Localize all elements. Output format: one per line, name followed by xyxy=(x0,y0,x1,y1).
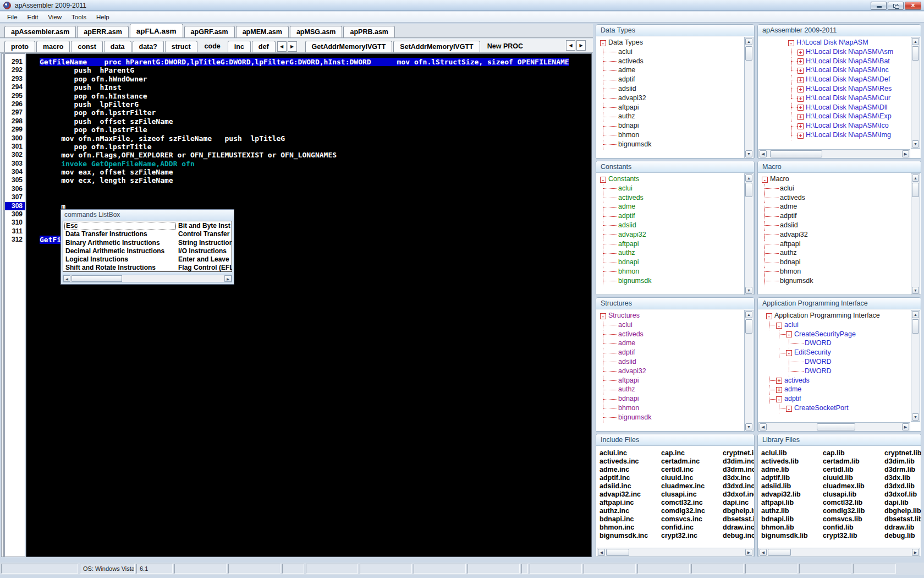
tree-expand-icon[interactable]: + xyxy=(798,77,804,83)
list-item-authz-lib[interactable]: authz.lib xyxy=(761,507,808,515)
scrollbar-thumb[interactable] xyxy=(912,319,919,334)
list-item-certidl-inc[interactable]: certidl.inc xyxy=(661,466,705,474)
list-item-comsvcs-inc[interactable]: comsvcs.inc xyxy=(661,515,705,524)
list-item-adptif-lib[interactable]: adptif.lib xyxy=(761,474,808,482)
scrollbar-thumb[interactable] xyxy=(912,183,919,197)
scroll-down-button[interactable]: ▼ xyxy=(912,287,919,294)
editor-line[interactable]: push hParentG xyxy=(40,66,591,74)
tree-item-aclui[interactable]: aclui xyxy=(758,184,910,194)
tree-item-h-local-disk-n-apasm-dll[interactable]: +H:\Local Disk N\apASM\Dll xyxy=(758,103,910,113)
tree-item-adptif[interactable]: adptif xyxy=(758,212,910,221)
editor-line[interactable]: pop ofn.hInstance xyxy=(40,92,591,100)
scroll-right-button[interactable]: ▶ xyxy=(902,423,909,430)
scroll-left-button[interactable]: ◀ xyxy=(598,549,605,556)
editor-line[interactable]: mov eax, offset szFileName xyxy=(40,168,591,176)
list-item-cryptnet-lib[interactable]: cryptnet.lib xyxy=(884,449,921,457)
tree-item-aftpapi[interactable]: aftpapi xyxy=(596,103,743,113)
scroll-down-button[interactable]: ▼ xyxy=(912,413,919,421)
tree-item-application-programming-interface[interactable]: -Application Programming Interface xyxy=(758,312,910,321)
list-item-bdnapi-inc[interactable]: bdnapi.inc xyxy=(600,515,648,524)
tree-item-bhmon[interactable]: bhmon xyxy=(596,131,743,140)
scroll-down-button[interactable]: ▼ xyxy=(745,423,752,430)
list-item-flag-control-efl[interactable]: Flag Control (EFL xyxy=(177,264,232,272)
vertical-scrollbar[interactable]: ▲▼ xyxy=(744,173,754,295)
tree-item-adsiid[interactable]: adsiid xyxy=(596,85,743,94)
tree-item-activeds[interactable]: activeds xyxy=(596,57,743,67)
list-item-clusapi-inc[interactable]: clusapi.inc xyxy=(661,490,705,499)
list-item-d3dxof-lib[interactable]: d3dxof.lib xyxy=(884,490,921,499)
tree-item-createsecuritypage[interactable]: -CreateSecurityPage xyxy=(758,330,910,340)
scroll-right-button[interactable]: ▶ xyxy=(745,549,752,556)
tree-item-bignumsdk[interactable]: bignumsdk xyxy=(596,140,743,150)
scroll-up-button[interactable]: ▲ xyxy=(745,311,752,318)
tree-expand-icon[interactable]: - xyxy=(786,350,792,356)
list-item-dapi-inc[interactable]: dapi.inc xyxy=(723,499,754,507)
vertical-scrollbar[interactable]: ▲▼ xyxy=(911,173,920,295)
tree-item-data-types[interactable]: -Data Types xyxy=(596,39,743,48)
list-item-clusapi-lib[interactable]: clusapi.lib xyxy=(823,490,865,499)
tree-item-adsiid[interactable]: adsiid xyxy=(758,221,910,231)
tree-item-h-local-disk-n-apasm-inc[interactable]: +H:\Local Disk N\apASM\Inc xyxy=(758,66,910,75)
list-item-bhmon-inc[interactable]: bhmon.inc xyxy=(600,524,648,532)
list-item-advapi32-lib[interactable]: advapi32.lib xyxy=(761,490,808,499)
list-item-crypt32-inc[interactable]: crypt32.inc xyxy=(661,532,705,540)
tree-item-adme[interactable]: +adme xyxy=(758,385,910,395)
list-item-d3dim-lib[interactable]: d3dim.lib xyxy=(884,457,921,466)
list-item-bignumsdk-lib[interactable]: bignumsdk.lib xyxy=(761,532,808,540)
list-item-debug-inc[interactable]: debug.inc xyxy=(723,532,754,540)
list-item-dbghelp-lib[interactable]: dbghelp.lib xyxy=(884,507,921,515)
tree-item-adme[interactable]: adme xyxy=(758,203,910,212)
vertical-scrollbar[interactable]: ▲▼ xyxy=(744,37,754,158)
tab-apmsg-asm[interactable]: apMSG.asm xyxy=(290,26,343,37)
tree-item-advapi32[interactable]: advapi32 xyxy=(758,231,910,240)
list-item-ciuuid-lib[interactable]: ciuuid.lib xyxy=(823,474,865,482)
scroll-left-button[interactable]: ◀ xyxy=(760,150,767,157)
editor-line[interactable]: invoke GetOpenFileName,ADDR ofn xyxy=(40,160,591,168)
tree-item-createsocketport[interactable]: -CreateSocketPort xyxy=(758,404,910,413)
tree-expand-icon[interactable]: - xyxy=(786,331,792,337)
tree-item-adme[interactable]: adme xyxy=(596,339,743,348)
list-item-d3dim-inc[interactable]: d3dim.inc xyxy=(723,457,754,466)
list-item-cluadmex-lib[interactable]: cluadmex.lib xyxy=(823,482,865,490)
tree-expand-icon[interactable]: + xyxy=(798,68,804,74)
tree-expand-icon[interactable]: + xyxy=(798,58,804,64)
list-item-advapi32-inc[interactable]: advapi32.inc xyxy=(600,490,648,499)
tab-apgrf-asm[interactable]: apGRF.asm xyxy=(184,26,235,37)
scroll-right-button[interactable]: ▶ xyxy=(288,41,297,52)
scroll-up-button[interactable]: ▲ xyxy=(912,38,919,45)
tree-expand-icon[interactable]: + xyxy=(798,114,804,120)
tree-item-bdnapi[interactable]: bdnapi xyxy=(596,395,743,404)
tree-item-bdnapi[interactable]: bdnapi xyxy=(596,122,743,131)
tree-item-activeds[interactable]: +activeds xyxy=(758,377,910,386)
list-item-ciuuid-inc[interactable]: ciuuid.inc xyxy=(661,474,705,482)
list-item-data-transfer-instructions[interactable]: Data Transfer Instructions xyxy=(64,230,176,238)
list-item-bhmon-lib[interactable]: bhmon.lib xyxy=(761,524,808,532)
scroll-left-button[interactable]: ◀ xyxy=(566,40,575,51)
scrollbar-thumb[interactable] xyxy=(745,46,752,61)
tree-item-adptif[interactable]: adptif xyxy=(596,212,743,221)
list-item-debug-lib[interactable]: debug.lib xyxy=(884,532,921,540)
scroll-left-button[interactable]: ◀ xyxy=(760,423,767,430)
tree-expand-icon[interactable]: - xyxy=(600,177,606,183)
tree-item-activeds[interactable]: activeds xyxy=(758,194,910,203)
list-item-decimal-arithmetic-instructions[interactable]: Decimal Arithmetic Instructions xyxy=(64,247,176,255)
list-item-aclui-inc[interactable]: aclui.inc xyxy=(600,449,648,457)
list-item-comdlg32-inc[interactable]: comdlg32.inc xyxy=(661,507,705,515)
menu-view[interactable]: View xyxy=(43,13,67,21)
horizontal-scrollbar[interactable]: ◀▶ xyxy=(597,548,754,557)
editor-line[interactable] xyxy=(40,185,591,193)
list-item-comdlg32-lib[interactable]: comdlg32.lib xyxy=(823,507,865,515)
close-button[interactable]: × xyxy=(905,2,921,10)
tree-item-h-local-disk-n-apasm-res[interactable]: +H:\Local Disk N\apASM\Res xyxy=(758,85,910,94)
list-item-d3dx-lib[interactable]: d3dx.lib xyxy=(884,474,921,482)
list-item-comctl32-lib[interactable]: comctl32.lib xyxy=(823,499,865,507)
scroll-up-button[interactable]: ▲ xyxy=(745,38,752,45)
list-item-confid-lib[interactable]: confid.lib xyxy=(823,524,865,532)
list-item-authz-inc[interactable]: authz.inc xyxy=(600,507,648,515)
editor-line[interactable]: pop ofn.lpstrTitle xyxy=(40,143,591,151)
horizontal-scrollbar[interactable]: ◀▶ xyxy=(758,422,910,431)
tree-item-bignumsdk[interactable]: bignumsdk xyxy=(596,413,743,423)
scrollbar-thumb[interactable] xyxy=(745,319,752,334)
editor-line[interactable]: pop ofn.hWndOwner xyxy=(40,75,591,83)
tab-proto[interactable]: proto xyxy=(4,41,35,52)
